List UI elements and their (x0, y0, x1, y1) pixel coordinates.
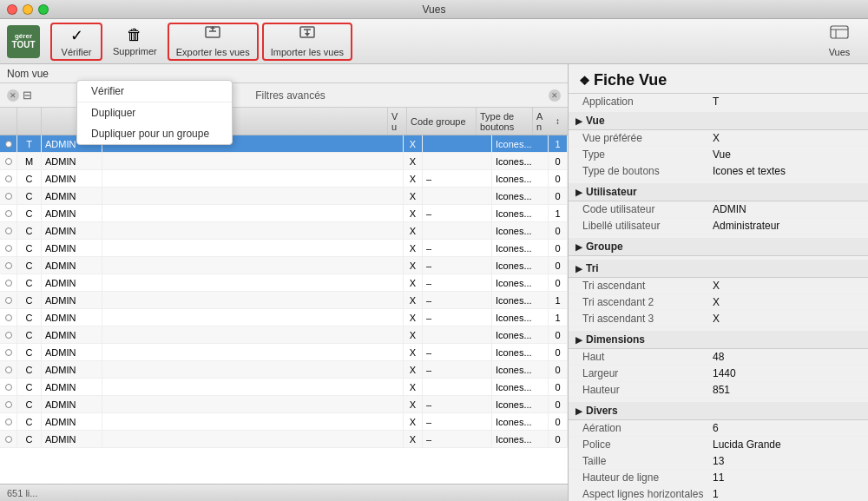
col-header-type[interactable] (17, 108, 42, 135)
cell-nom (102, 257, 404, 274)
importer-button[interactable]: Importer les vues (262, 23, 352, 61)
tri-asc3-row: Tri ascendant 3 X (569, 311, 868, 327)
tri-section-header[interactable]: ▶ Tri (569, 260, 868, 278)
divers-section-header[interactable]: ▶ Divers (569, 402, 868, 420)
cell-nom (102, 344, 404, 360)
cell-code-grp (423, 379, 492, 395)
cell-asp: 0 (549, 396, 568, 412)
table-row[interactable]: C ADMIN X – Icones... 0 (0, 361, 568, 379)
close-button[interactable] (7, 4, 17, 15)
table-row[interactable]: C ADMIN X Icones... 0 (0, 379, 568, 396)
filter-close-right[interactable]: ✕ (549, 89, 561, 102)
groupe-section-header[interactable]: ▶ Groupe (569, 238, 868, 256)
toolbar: gérer TOUT ✓ Vérifier 🗑 Supprimer Export… (0, 19, 868, 64)
table-row[interactable]: C ADMIN X – Icones... 1 (0, 292, 568, 309)
table-row[interactable]: C ADMIN X – Icones... 0 (0, 396, 568, 413)
col-header-code-groupe[interactable]: Code groupe (407, 108, 477, 135)
cell-code-grp (423, 222, 492, 239)
cell-code-grp (423, 153, 492, 169)
cell-type-btn: Icones... (492, 274, 549, 291)
vue-type-row: Type Vue (569, 147, 868, 163)
radio-dot (5, 332, 12, 339)
dropdown-dupliquer-item[interactable]: Dupliquer (77, 102, 232, 123)
cell-nom (102, 222, 404, 239)
tri-asc1-row: Tri ascendant X (569, 278, 868, 294)
cell-type-btn: Icones... (492, 135, 549, 152)
table-row[interactable]: C ADMIN X – Icones... 0 (0, 431, 568, 448)
cell-vu: X (404, 188, 423, 204)
table-row[interactable]: C ADMIN X – Icones... 1 (0, 309, 568, 326)
cell-code-grp (423, 135, 492, 152)
supprimer-button[interactable]: 🗑 Supprimer (106, 23, 164, 61)
cell-type: T (17, 135, 42, 152)
table-row[interactable]: C ADMIN X – Icones... 0 (0, 170, 568, 188)
table-row[interactable]: C ADMIN X – Icones... 0 (0, 257, 568, 274)
cell-vu: X (404, 361, 423, 378)
vue-section-label: Vue (586, 115, 605, 127)
cell-code: ADMIN (42, 205, 102, 221)
cell-radio (0, 413, 17, 430)
cell-type: C (17, 274, 42, 291)
cell-type: C (17, 361, 42, 378)
dimensions-section-label: Dimensions (586, 333, 645, 346)
table-row[interactable]: C ADMIN X – Icones... 0 (0, 344, 568, 361)
exporter-button[interactable]: Exporter les vues (168, 23, 259, 61)
police-value: Lucida Grande (713, 438, 781, 451)
fiche-section-dimensions: ▶ Dimensions Haut 48 Largeur 1440 Hauteu… (569, 329, 868, 400)
table-row[interactable]: C ADMIN X Icones... 0 (0, 326, 568, 344)
verifier-dropdown: Vérifier Dupliquer Dupliquer pour un gro… (76, 80, 233, 145)
vue-preferee-row: Vue préférée X (569, 130, 868, 147)
utilisateur-section-header[interactable]: ▶ Utilisateur (569, 183, 868, 201)
radio-dot (5, 314, 12, 321)
table-row[interactable]: C ADMIN X Icones... 0 (0, 188, 568, 205)
minimize-button[interactable] (23, 4, 33, 15)
cell-type-btn: Icones... (492, 153, 549, 169)
table-row[interactable]: C ADMIN X – Icones... 0 (0, 274, 568, 292)
cell-radio (0, 222, 17, 239)
window-controls (7, 4, 49, 15)
taille-label: Taille (582, 455, 713, 467)
table-row[interactable]: C ADMIN X – Icones... 0 (0, 240, 568, 257)
exporter-label: Exporter les vues (176, 47, 250, 57)
haut-row: Haut 48 (569, 349, 868, 366)
table-body[interactable]: T ADMIN X Icones... 1 M ADMIN X Icones..… (0, 135, 568, 484)
maximize-button[interactable] (38, 4, 49, 15)
col-header-asp[interactable]: An (533, 108, 552, 135)
table-row[interactable]: M ADMIN X Icones... 0 (0, 153, 568, 170)
svg-rect-8 (831, 26, 848, 38)
verifier-button[interactable]: ✓ Vérifier (50, 23, 102, 61)
cell-vu: X (404, 379, 423, 395)
dimensions-section-header[interactable]: ▶ Dimensions (569, 331, 868, 349)
vue-section-header[interactable]: ▶ Vue (569, 112, 868, 130)
col-header-type-boutons[interactable]: Type deboutons (477, 108, 533, 135)
cell-asp: 0 (549, 344, 568, 360)
cell-nom (102, 431, 404, 447)
table-row[interactable]: C ADMIN X – Icones... 0 (0, 413, 568, 431)
table-row[interactable]: C ADMIN X – Icones... 1 (0, 205, 568, 222)
cell-code-grp: – (423, 413, 492, 430)
cell-code-grp: – (423, 257, 492, 274)
table-row[interactable]: C ADMIN X Icones... 0 (0, 222, 568, 240)
cell-nom (102, 274, 404, 291)
dropdown-dupliquer-groupe-item[interactable]: Dupliquer pour un groupe (77, 123, 232, 144)
filter-close-left[interactable]: ✕ (7, 89, 19, 102)
cell-code: ADMIN (42, 396, 102, 412)
dimensions-triangle-icon: ▶ (575, 335, 582, 345)
vue-triangle-icon: ▶ (575, 116, 582, 126)
cell-code: ADMIN (42, 153, 102, 169)
cell-type-btn: Icones... (492, 361, 549, 378)
vues-button[interactable]: Vues (818, 23, 861, 61)
col-header-sp[interactable]: ↕ (552, 108, 568, 135)
cell-asp: 0 (549, 413, 568, 430)
col-header-vu[interactable]: Vu (388, 108, 407, 135)
cell-type-btn: Icones... (492, 309, 549, 326)
cell-asp: 0 (549, 188, 568, 204)
cell-asp: 1 (549, 292, 568, 308)
cell-asp: 1 (549, 135, 568, 152)
dropdown-verifier-item[interactable]: Vérifier (77, 81, 232, 102)
cell-type: C (17, 170, 42, 187)
cell-vu: X (404, 344, 423, 360)
exporter-icon (204, 25, 221, 45)
cell-type: M (17, 153, 42, 169)
utilisateur-triangle-icon: ▶ (575, 188, 582, 197)
